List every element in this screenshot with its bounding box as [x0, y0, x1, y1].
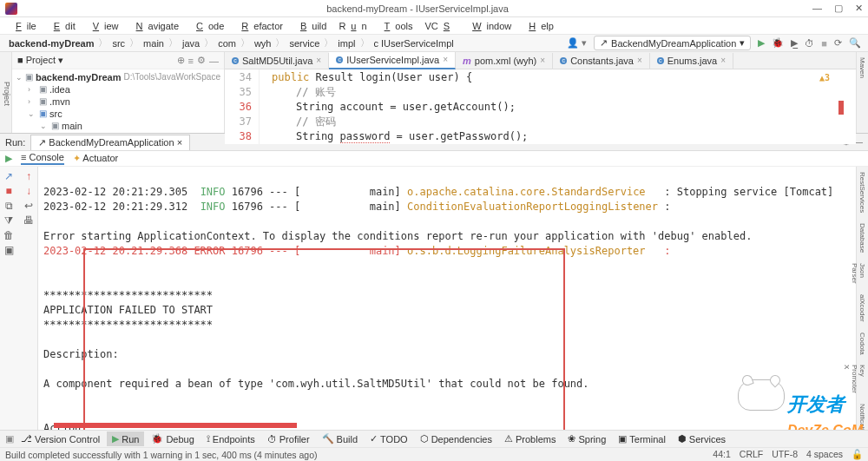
status-indent[interactable]: 4 spaces — [806, 449, 843, 460]
editor-tab[interactable]: mpom.xml (wyh)× — [456, 53, 553, 69]
menu-window[interactable]: Window — [462, 19, 516, 33]
tool-vcs[interactable]: ⎇ Version Control — [16, 431, 105, 446]
close-tab-icon[interactable]: × — [540, 56, 545, 65]
right-tool[interactable]: aiXcoder — [857, 289, 868, 327]
crumb[interactable]: com — [216, 38, 238, 49]
hide-panel-icon[interactable]: — — [209, 56, 219, 66]
status-position[interactable]: 44:1 — [713, 449, 730, 460]
search-icon[interactable]: 🔍 — [849, 37, 861, 49]
editor-tab[interactable]: cEnums.java× — [650, 53, 733, 69]
tool-build[interactable]: 🔨 Build — [317, 431, 363, 446]
status-lock-icon[interactable]: 🔓 — [852, 449, 863, 460]
right-tool[interactable]: Codota — [857, 327, 868, 360]
tool-run[interactable]: ▶ Run — [107, 431, 144, 446]
crumb[interactable]: main — [141, 38, 166, 49]
code-editor[interactable]: 34 35 36 37 38 public Result login(User … — [225, 69, 856, 144]
right-tool-maven[interactable]: Maven — [857, 52, 868, 83]
tree-item[interactable]: ⌄▣ main — [16, 120, 220, 132]
tool-terminal[interactable]: ▣ Terminal — [613, 431, 671, 446]
close-tab-icon[interactable]: × — [316, 56, 321, 65]
menu-refactor[interactable]: Refactor — [231, 19, 288, 33]
tool-window-icon[interactable]: ▣ — [5, 433, 14, 445]
stop-button-icon[interactable]: ■ — [821, 38, 827, 49]
status-encoding[interactable]: UTF-8 — [772, 449, 798, 460]
crumb[interactable]: java — [181, 38, 201, 49]
crumb[interactable]: src — [110, 38, 127, 49]
status-bar: Build completed successfully with 1 warn… — [0, 447, 868, 461]
wrap-icon[interactable]: ↩ — [24, 200, 33, 212]
layout-icon[interactable]: ▣ — [4, 244, 14, 256]
tool-profiler[interactable]: ⏱ Profiler — [262, 432, 315, 446]
right-tool[interactable]: Database — [857, 218, 868, 258]
left-stripe-project[interactable]: Project — [0, 52, 12, 133]
menu-vcs[interactable]: VCS — [420, 19, 461, 33]
gear-icon[interactable]: ⚙ — [197, 55, 206, 66]
maximize-icon[interactable]: ▢ — [834, 3, 843, 14]
tree-item[interactable]: ⌄▣ src — [16, 108, 220, 120]
select-open-file-icon[interactable]: ⊕ — [177, 55, 185, 66]
tool-debug[interactable]: 🐞 Debug — [146, 431, 199, 446]
menu-build[interactable]: Build — [290, 19, 332, 33]
tool-todo[interactable]: ✓ TODO — [365, 431, 413, 446]
close-window-icon[interactable]: ✕ — [855, 3, 863, 14]
tree-root[interactable]: ⌄▣ backend-myDream D:\Tools\JavaWorkSpac… — [16, 71, 220, 83]
debug-button-icon[interactable]: 🐞 — [772, 37, 784, 49]
user-icon[interactable]: 👤 ▾ — [567, 37, 587, 49]
close-tab-icon[interactable]: × — [443, 55, 448, 64]
warning-badge[interactable]: ▲3 — [819, 73, 830, 82]
editor-tab[interactable]: cConstants.java× — [553, 53, 650, 69]
print-icon[interactable]: 🖶 — [23, 214, 34, 227]
close-tab-icon[interactable]: × — [637, 56, 642, 65]
crumb[interactable]: impl — [336, 38, 357, 49]
trash-icon[interactable]: 🗑 — [3, 229, 14, 241]
crumb-root[interactable]: backend-myDream — [7, 38, 95, 49]
close-tab-icon[interactable]: × — [720, 56, 726, 65]
run-button-icon[interactable]: ▶ — [758, 37, 765, 49]
menu-view[interactable]: View — [82, 19, 124, 33]
status-eol[interactable]: CRLF — [740, 449, 763, 460]
actuator-tab[interactable]: ✦ Actuator — [73, 153, 118, 164]
menu-edit[interactable]: Edit — [43, 19, 81, 33]
restart-icon[interactable]: ↗ — [4, 170, 13, 182]
filter-icon[interactable]: ⧩ — [4, 214, 13, 227]
down-icon[interactable]: ↓ — [26, 185, 31, 197]
tool-problems[interactable]: ⚠ Problems — [499, 431, 561, 446]
menu-code[interactable]: Code — [186, 19, 229, 33]
progress-bar-error — [54, 423, 297, 428]
console-tab[interactable]: ≡ Console — [21, 152, 64, 165]
editor-tab-active[interactable]: cIUserServiceImpl.java× — [329, 52, 456, 69]
menu-file[interactable]: File — [5, 19, 42, 33]
highlight-box — [83, 248, 565, 438]
coverage-button-icon[interactable]: ▶̲ — [791, 37, 798, 49]
menu-run[interactable]: Run — [333, 19, 372, 33]
rerun-icon[interactable]: ▶ — [5, 153, 12, 164]
project-tab-label[interactable]: ■ Project ▾ — [17, 55, 63, 66]
crumb-file[interactable]: c IUserServiceImpl — [372, 38, 456, 49]
tool-dependencies[interactable]: ⬡ Dependencies — [415, 431, 497, 446]
crumb[interactable]: service — [287, 38, 321, 49]
run-config-tab[interactable]: ↗ BackendMyDreamApplication × — [30, 135, 190, 150]
right-tool[interactable]: RestServices — [857, 167, 868, 218]
tree-item[interactable]: ›▣ .mvn — [16, 95, 220, 108]
project-tool-window: ■ Project ▾ ⊕ ≡ ⚙ — ⌄▣ backend-myDream D… — [12, 52, 225, 133]
tool-endpoints[interactable]: ⟟ Endpoints — [201, 431, 260, 446]
editor-tab[interactable]: cSaltMD5Util.java× — [225, 53, 329, 69]
right-tool[interactable]: Json Parser — [857, 258, 868, 289]
profile-button-icon[interactable]: ⏱ — [805, 38, 814, 49]
run-configuration-select[interactable]: ↗ BackendMyDreamApplication ▾ — [594, 36, 751, 50]
stop-icon[interactable]: ■ — [5, 185, 11, 197]
expand-all-icon[interactable]: ≡ — [188, 56, 194, 66]
crumb[interactable]: wyh — [253, 38, 273, 49]
menu-tools[interactable]: Tools — [374, 19, 418, 33]
exit-icon[interactable]: ⧉ — [5, 200, 13, 212]
build-icon[interactable]: ⟳ — [834, 37, 842, 49]
minimize-icon[interactable]: — — [812, 3, 822, 14]
up-icon[interactable]: ↑ — [26, 170, 31, 182]
error-stripe[interactable] — [838, 101, 844, 115]
menu-help[interactable]: Help — [518, 19, 559, 33]
tree-item[interactable]: ›▣ .idea — [16, 83, 220, 95]
tool-services[interactable]: ⬢ Services — [673, 431, 731, 446]
tool-spring[interactable]: ❀ Spring — [562, 431, 611, 446]
menu-navigate[interactable]: Navigate — [126, 19, 184, 33]
right-tool-stripe: Maven — [856, 52, 868, 133]
